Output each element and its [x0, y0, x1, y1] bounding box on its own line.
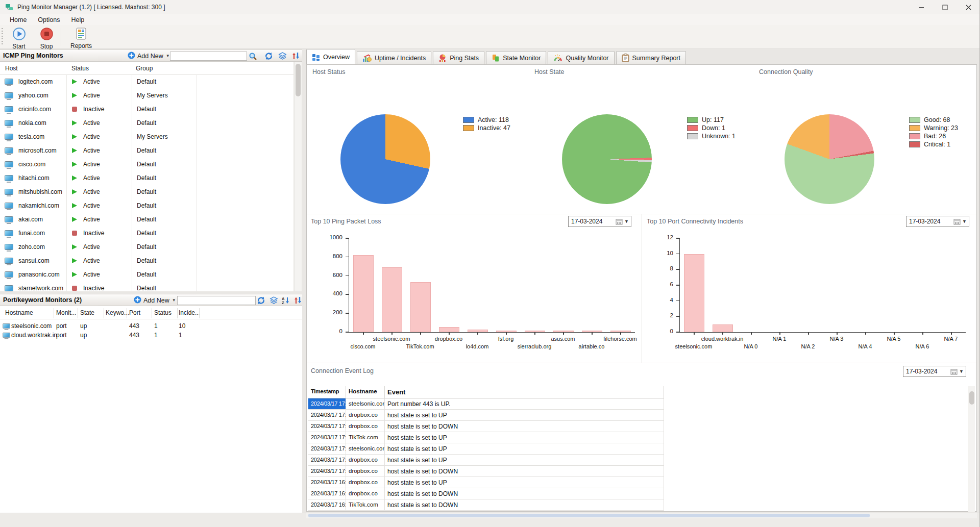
- host-monitor-icon: [5, 258, 13, 264]
- refresh-icon[interactable]: [257, 296, 265, 305]
- icmp-monitor-row[interactable]: starnetwork.comInactiveDefault: [0, 282, 293, 291]
- event-log-row[interactable]: 2024/03/17 17:1...dropbox.cohost state i…: [308, 421, 970, 432]
- host-state-legend: Up: 117Down: 1Unknown: 1: [687, 116, 736, 140]
- sort-az-icon[interactable]: AZ: [282, 296, 290, 305]
- event-log-row[interactable]: 2024/03/17 17:1...steelsonic.comPort num…: [308, 398, 970, 410]
- port-monitor-row[interactable]: steelsonic.comportup443110: [0, 321, 302, 331]
- icmp-monitor-row[interactable]: sansui.comActiveDefault: [0, 254, 293, 268]
- event-log-row[interactable]: 2024/03/17 17:0...dropbox.cohost state i…: [308, 466, 970, 477]
- event-log-row[interactable]: 2024/03/17 17:1...TikTok.comhost state i…: [308, 432, 970, 443]
- column-header-host[interactable]: Host: [5, 65, 18, 72]
- stop-icon: [40, 27, 54, 43]
- icmp-monitor-row[interactable]: cisco.comActiveDefault: [0, 158, 293, 171]
- status-cell: 1: [154, 322, 158, 330]
- port-search-input[interactable]: [177, 296, 256, 305]
- status-cell: 1: [154, 332, 158, 339]
- event-log-row[interactable]: 2024/03/17 16:5...TikTok.comhost state i…: [308, 499, 970, 511]
- column-header-monitor[interactable]: Monit...: [56, 309, 76, 316]
- icmp-monitor-row[interactable]: logitech.comActiveDefault: [0, 75, 293, 89]
- event-log-date-picker[interactable]: 17-03-2024 ▼: [903, 366, 966, 377]
- tab-summary-report[interactable]: Summary Report: [616, 51, 686, 64]
- menu-options[interactable]: Options: [32, 15, 65, 24]
- icmp-monitor-row[interactable]: tesla.comActiveMy Servers: [0, 130, 293, 144]
- column-header-status[interactable]: Status: [71, 65, 89, 72]
- icmp-table-header: Host Status Group: [0, 62, 293, 75]
- layers-icon[interactable]: [270, 296, 278, 305]
- toolbar-drag-handle[interactable]: [2, 28, 3, 45]
- event-log-row[interactable]: 2024/03/17 16:5...dropbox.cohost state i…: [308, 488, 970, 499]
- icmp-monitor-row[interactable]: akai.comActiveDefault: [0, 213, 293, 227]
- icmp-monitor-row[interactable]: zoho.comActiveDefault: [0, 240, 293, 254]
- column-header-hostname[interactable]: Hostname: [5, 309, 33, 316]
- icmp-vertical-scrollbar[interactable]: [294, 62, 302, 291]
- connection-quality-pie-chart: [785, 114, 874, 204]
- tab-ping-stats[interactable]: Ping Stats: [433, 51, 484, 64]
- toolbar: Start Stop Reports: [0, 25, 980, 49]
- tab-uptime-incidents[interactable]: Uptime / Incidents: [357, 51, 431, 64]
- column-header-timestamp[interactable]: Timestamp: [308, 386, 346, 398]
- hostname-cell: dropbox.co: [346, 477, 385, 488]
- active-status-icon: [72, 175, 77, 181]
- icmp-monitor-row[interactable]: panasonic.comActiveDefault: [0, 268, 293, 282]
- stop-button[interactable]: Stop: [32, 27, 61, 47]
- event-log-row[interactable]: 2024/03/17 16:5...dropbox.cohost state i…: [308, 477, 970, 488]
- event-log-row[interactable]: 2024/03/17 17:1...steelsonic.comhost sta…: [308, 443, 970, 455]
- scrollbar-thumb[interactable]: [308, 514, 870, 517]
- column-header-group[interactable]: Group: [136, 65, 153, 72]
- column-header-hostname[interactable]: Hostname: [346, 386, 385, 398]
- icmp-monitor-row[interactable]: mitshubishi.comActiveDefault: [0, 185, 293, 199]
- icmp-monitor-row[interactable]: nokia.comActiveDefault: [0, 116, 293, 130]
- host-cell: zoho.com: [18, 243, 45, 250]
- horizontal-scrollbar[interactable]: [306, 513, 977, 518]
- event-log-row[interactable]: 2024/03/17 17:0...dropbox.cohost state i…: [308, 455, 970, 466]
- icmp-monitor-row[interactable]: funai.comInactiveDefault: [0, 227, 293, 240]
- column-header-state[interactable]: State: [80, 309, 94, 316]
- tab-state-monitor[interactable]: State Monitor: [486, 51, 546, 64]
- icmp-monitor-row[interactable]: cricinfo.comInactiveDefault: [0, 103, 293, 116]
- host-monitor-icon: [5, 203, 13, 209]
- icmp-monitor-row[interactable]: nakamichi.comActiveDefault: [0, 199, 293, 213]
- hostname-cell: steelsonic.com: [11, 322, 52, 330]
- reports-button[interactable]: Reports: [64, 27, 98, 47]
- layers-icon[interactable]: [278, 52, 287, 61]
- event-log-vertical-scrollbar[interactable]: [968, 386, 975, 512]
- scrollbar-thumb[interactable]: [969, 391, 974, 405]
- port-incidents-date-picker[interactable]: 17-03-2024 ▼: [906, 216, 969, 227]
- column-header-port[interactable]: Port: [129, 309, 140, 316]
- host-cell: nokia.com: [18, 119, 46, 127]
- icmp-add-new-button[interactable]: Add New▼: [128, 52, 170, 60]
- column-header-event[interactable]: Event: [385, 386, 664, 398]
- menu-home[interactable]: Home: [4, 15, 32, 24]
- port-monitor-row[interactable]: cloud.worktrak.inportup44311: [0, 331, 302, 340]
- legend-label: Bad: 26: [924, 133, 946, 140]
- search-icon[interactable]: [249, 52, 257, 61]
- port-add-new-button[interactable]: Add New▼: [134, 296, 176, 305]
- start-button[interactable]: Start: [4, 27, 34, 47]
- scrollbar-thumb[interactable]: [296, 64, 301, 96]
- icmp-monitor-row[interactable]: microsoft.comActiveDefault: [0, 144, 293, 158]
- close-button[interactable]: [957, 0, 980, 14]
- legend-swatch: [463, 117, 474, 123]
- port-cell: 443: [129, 322, 139, 330]
- calendar-icon: [953, 218, 961, 225]
- sort-arrows-icon[interactable]: [294, 296, 303, 305]
- legend-label: Active: 118: [478, 116, 509, 123]
- column-header-keyword[interactable]: Keywo...: [106, 309, 129, 316]
- icmp-search-input[interactable]: [170, 52, 247, 61]
- tab-overview[interactable]: Overview: [306, 49, 355, 64]
- packet-loss-date-picker[interactable]: 17-03-2024 ▼: [568, 216, 631, 227]
- event-log-row[interactable]: 2024/03/17 17:1...dropbox.cohost state i…: [308, 410, 970, 421]
- maximize-button[interactable]: [933, 0, 957, 14]
- column-header-incidents[interactable]: Incide...: [179, 309, 200, 316]
- refresh-icon[interactable]: [264, 52, 273, 61]
- minimize-button[interactable]: [910, 0, 933, 14]
- icmp-monitor-row[interactable]: yahoo.comActiveMy Servers: [0, 89, 293, 103]
- icmp-monitor-row[interactable]: hitachi.comActiveDefault: [0, 171, 293, 185]
- status-cell: Active: [83, 188, 100, 195]
- x-axis-label: N/A 0: [721, 343, 780, 349]
- sort-arrows-icon[interactable]: [292, 52, 301, 61]
- group-cell: Default: [137, 119, 156, 127]
- menu-help[interactable]: Help: [65, 15, 90, 24]
- column-header-status[interactable]: Status: [154, 309, 172, 316]
- tab-quality-monitor[interactable]: Quality Monitor: [548, 51, 614, 64]
